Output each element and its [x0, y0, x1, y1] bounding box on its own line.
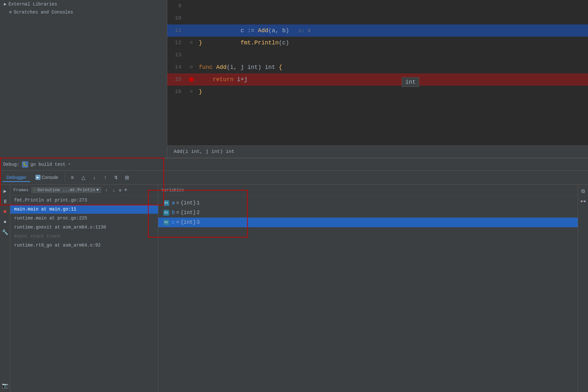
tab-console[interactable]: ▶ Console [32, 173, 62, 182]
tooltip-text: Add(i int, j int) int [174, 149, 234, 154]
threads-button[interactable]: ≡ [68, 173, 77, 182]
frames-panel: Frames ✓ Goroutine ...mt.Println ▼ ↑ ↓ ≡… [10, 185, 158, 392]
var-value: 3 [197, 219, 200, 225]
var-equals: = [176, 219, 179, 225]
var-type: {int} [180, 200, 196, 206]
check-icon: ✓ [34, 188, 36, 192]
code-line-16: 16 ⊟ } [167, 86, 588, 98]
add-watch-button[interactable]: + [124, 187, 127, 193]
var-type-badge: 01 [163, 200, 169, 206]
code-content-16: } [196, 86, 588, 98]
resume-button[interactable]: ▶ [1, 187, 9, 195]
gutter-9 [187, 0, 196, 12]
var-value: 1 [197, 200, 200, 206]
chevron-right-icon: ▶ [4, 1, 6, 7]
variable-list: 01 a = {int} 1 01 b = {int} 2 01 c = [158, 196, 578, 392]
code-line-13: 13 [167, 49, 588, 61]
close-session-button[interactable]: × [68, 162, 71, 167]
debug-content: ▶ ⏸ ■ ● 🔧 📷 Frames ✓ Goroutine ...mt.Pri… [0, 185, 588, 392]
stop-button[interactable]: ■ [1, 208, 9, 216]
line-number: 11 [167, 24, 187, 37]
variable-item-c[interactable]: 01 c = {int} 3 [158, 218, 578, 227]
line-number: 14 [167, 61, 187, 73]
code-content-13 [196, 49, 588, 61]
frame-item-async: Async stack trace [10, 232, 158, 241]
fold-icon: ⊟ [190, 86, 193, 98]
code-content-15: return i+j [196, 73, 588, 86]
session-name: go build test [30, 162, 65, 167]
camera-icon[interactable]: 📷 [1, 382, 9, 389]
int-tooltip: int [402, 77, 419, 87]
frame-item[interactable]: runtime.main at proc.go:225 [10, 214, 158, 223]
code-line-10: 10 c := Add(a, b) c: 3 [167, 12, 588, 24]
var-name: c [172, 219, 175, 225]
gutter-10 [187, 12, 196, 24]
sidebar-item-external-libraries[interactable]: ▶ External Libraries [0, 0, 167, 8]
sidebar: ▶ External Libraries ⊙ Scratches and Con… [0, 0, 167, 158]
eyeglasses-button[interactable]: 👓 [579, 198, 587, 205]
code-area: 9 10 c := Add(a, b) c: 3 11 fmt.Println(… [167, 0, 588, 98]
code-content-10: c := Add(a, b) c: 3 [196, 12, 588, 24]
var-name: b [172, 210, 175, 216]
code-content-14: func Add(i, j int) int { [196, 61, 588, 73]
step-out-button[interactable]: ↑ [100, 173, 110, 182]
variables-panel: Variables 01 a = {int} 1 01 b = {int} 2 [158, 185, 578, 392]
pause-button[interactable]: ⏸ [1, 198, 9, 205]
line-number: 10 [167, 12, 187, 24]
step-into-button[interactable]: ↓ [89, 173, 99, 182]
frame-item[interactable]: fmt.Println at print.go:273 [10, 196, 158, 205]
dropdown-arrow: ▼ [96, 188, 99, 192]
line-number: 13 [167, 49, 187, 61]
frame-item[interactable]: main.main at main.go:11 [10, 205, 158, 214]
left-icons-panel: ▶ ⏸ ■ ● 🔧 📷 [0, 185, 10, 392]
breakpoint-dot[interactable] [189, 77, 194, 82]
run-to-cursor-button[interactable]: ↯ [111, 173, 121, 182]
var-equals: = [176, 210, 179, 216]
tab-debugger[interactable]: Debugger [3, 173, 30, 182]
code-editor: 9 10 c := Add(a, b) c: 3 11 fmt.Println(… [167, 0, 588, 158]
var-name: a [172, 200, 175, 206]
right-icons-panel: ⧉ 👓 [578, 185, 588, 392]
settings-icon[interactable]: 🔧 [1, 229, 9, 236]
fold-icon: ⊟ [190, 61, 193, 73]
settings-button[interactable]: ⊞ [122, 173, 132, 182]
step-over-button[interactable]: △ [78, 173, 88, 182]
var-value: 2 [197, 210, 200, 216]
toolbar-separator [65, 173, 65, 182]
sidebar-item-label: External Libraries [8, 2, 57, 7]
gutter-15 [187, 73, 196, 86]
sidebar-item-scratches[interactable]: ⊙ Scratches and Consoles [0, 8, 167, 16]
code-line-14: 14 ⊟ func Add(i, j int) int { [167, 61, 588, 73]
frame-list-button[interactable]: ≡ [119, 188, 121, 193]
mute-button[interactable]: ● [1, 218, 9, 226]
gutter-11 [187, 24, 196, 37]
debug-label: Debug: [3, 162, 19, 167]
gutter-13 [187, 49, 196, 61]
var-type: {int} [180, 219, 196, 225]
variable-item-a[interactable]: 01 a = {int} 1 [158, 198, 578, 208]
frame-list: fmt.Println at print.go:273 main.main at… [10, 196, 158, 392]
line-number: 9 [167, 0, 187, 12]
code-content-12: } [196, 37, 588, 49]
goroutine-name: Goroutine ...mt.Println [37, 188, 95, 192]
debug-header: Debug: 🐛 go build test × [0, 158, 588, 171]
line-number: 16 [167, 86, 187, 98]
variables-label: Variables [161, 188, 184, 192]
sidebar-item-label: Scratches and Consoles [14, 10, 73, 15]
line-number: 12 [167, 37, 187, 49]
frame-item[interactable]: runtime.rt0_go at asm_arm64.s:92 [10, 241, 158, 250]
tooltip-bar: Add(i int, j int) int [167, 145, 588, 158]
fold-icon: ⊟ [190, 37, 193, 49]
goroutine-selector[interactable]: ✓ Goroutine ...mt.Println ▼ [31, 187, 101, 193]
frames-label: Frames [14, 188, 29, 192]
copy-button[interactable]: ⧉ [579, 187, 587, 195]
var-type-badge: 01 [163, 210, 169, 216]
code-content-11: fmt.Println(c) [196, 24, 588, 37]
line-number: 15 [167, 73, 187, 86]
frame-item[interactable]: runtime.goexit at asm_arm64.s:1130 [10, 223, 158, 232]
console-icon: ▶ [35, 175, 41, 180]
variables-header: Variables [158, 185, 578, 196]
variable-item-b[interactable]: 01 b = {int} 2 [158, 208, 578, 218]
frame-up-button[interactable]: ↑ [104, 187, 109, 193]
frame-down-button[interactable]: ↓ [111, 187, 116, 193]
